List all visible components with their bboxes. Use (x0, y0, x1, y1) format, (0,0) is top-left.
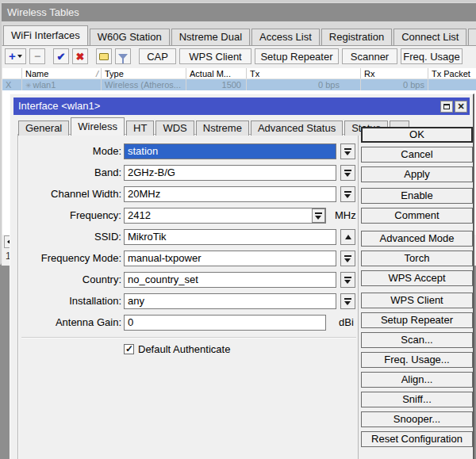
ssid-label: SSID: (17, 229, 121, 245)
table-header-row: /Name Type Actual M... Tx Rx Tx Packet (2, 68, 476, 79)
window-tab-bar: WiFi Interfaces W60G Station Nstreme Dua… (3, 25, 476, 45)
tab-security-profiles[interactable]: Security Profiles (468, 29, 476, 45)
col-flags[interactable] (2, 68, 22, 78)
frequency-dropdown-button[interactable] (312, 208, 325, 223)
tab-wifi-interfaces[interactable]: WiFi Interfaces (3, 25, 88, 45)
remove-button[interactable]: − (29, 48, 45, 64)
tab-wireless[interactable]: Wireless (71, 117, 125, 136)
wps-client-button[interactable]: WPS Client (361, 293, 473, 308)
mode-label: Mode: (17, 143, 121, 159)
band-label: Band: (17, 165, 121, 181)
wps-client-toolbar-button[interactable]: WPS Client (179, 48, 251, 64)
enable-interface-button[interactable]: Enable (361, 188, 473, 204)
section-divider (21, 337, 356, 339)
tab-connect-list[interactable]: Connect List (393, 29, 466, 45)
tab-registration[interactable]: Registration (321, 29, 392, 45)
close-button[interactable]: ✕ (455, 101, 467, 113)
dropdown-icon (344, 148, 351, 155)
col-type[interactable]: Type (102, 68, 186, 78)
band-input[interactable]: 2GHz-B/G (124, 165, 336, 181)
freq-usage-button[interactable]: Freq. Usage... (361, 352, 473, 368)
filter-button[interactable] (115, 48, 131, 64)
tab-nstreme[interactable]: Nstreme (196, 120, 249, 136)
col-actual-mtu[interactable]: Actual M... (186, 68, 247, 78)
installation-row: Installation: any (10, 293, 367, 309)
antenna-gain-input[interactable]: 0 (124, 315, 326, 331)
frequency-label: Frequency: (17, 208, 121, 224)
torch-button[interactable]: Torch (361, 251, 473, 266)
minus-icon: − (34, 50, 40, 63)
country-dropdown-button[interactable] (340, 272, 355, 288)
snooper-button[interactable]: Snooper... (361, 411, 473, 427)
tab-nstreme-dual[interactable]: Nstreme Dual (171, 29, 250, 45)
setup-repeater-toolbar-button[interactable]: Setup Repeater (255, 48, 339, 64)
antenna-gain-unit: dBi (339, 315, 354, 331)
frequency-row: Frequency: 2412 MHz (10, 208, 367, 224)
tab-ht[interactable]: HT (126, 120, 154, 136)
advanced-mode-button[interactable]: Advanced Mode (361, 231, 473, 247)
installation-input[interactable]: any (124, 293, 336, 309)
reset-configuration-button[interactable]: Reset Configuration (361, 431, 473, 447)
add-button[interactable]: + (5, 48, 26, 64)
ssid-input[interactable]: MikroTik (124, 229, 336, 245)
filter-icon (118, 54, 128, 59)
comment-dialog-button[interactable]: Comment (361, 208, 473, 224)
row-actual-mtu: 1500 (186, 79, 247, 90)
mode-dropdown-button[interactable] (340, 143, 355, 159)
col-tx-packet[interactable]: Tx Packet (428, 68, 476, 78)
tab-access-list[interactable]: Access List (251, 29, 320, 45)
default-authenticate-checkbox[interactable] (124, 344, 134, 354)
cancel-button[interactable]: Cancel (361, 147, 473, 163)
frequency-input[interactable]: 2412 (124, 208, 326, 224)
freq-usage-toolbar-button[interactable]: Freq. Usage (401, 48, 463, 64)
col-name[interactable]: /Name (22, 68, 102, 78)
country-row: Country: no_country_set (10, 272, 367, 288)
tab-wds[interactable]: WDS (155, 120, 194, 136)
tab-general[interactable]: General (18, 120, 69, 136)
installation-dropdown-button[interactable] (340, 293, 355, 309)
antenna-gain-label: Antenna Gain: (17, 315, 121, 331)
align-button[interactable]: Align... (361, 372, 473, 388)
plus-icon: + (9, 51, 16, 62)
sniff-button[interactable]: Sniff... (361, 392, 473, 407)
row-rx: 0 bps (361, 79, 428, 90)
country-label: Country: (17, 272, 121, 288)
window-titlebar[interactable]: Wireless Tables (2, 3, 476, 21)
setup-repeater-button[interactable]: Setup Repeater (361, 312, 473, 328)
ok-button[interactable]: OK (361, 127, 473, 143)
dropdown-icon (344, 255, 351, 262)
channel-width-dropdown-button[interactable] (340, 186, 355, 202)
row-name: ✳wlan1 (22, 79, 102, 90)
maximize-button[interactable] (440, 101, 453, 113)
arrow-up-icon (345, 235, 351, 239)
cap-button[interactable]: CAP (139, 48, 176, 64)
scan-button[interactable]: Scan... (361, 332, 473, 348)
col-rx[interactable]: Rx (361, 68, 428, 78)
row-type: Wireless (Atheros... (102, 79, 186, 90)
scanner-button[interactable]: Scanner (342, 48, 397, 64)
comment-button[interactable] (96, 48, 112, 64)
tab-w60g-station[interactable]: W60G Station (90, 29, 170, 45)
col-tx[interactable]: Tx (247, 68, 361, 78)
frequency-mode-row: Frequency Mode: manual-txpower (10, 251, 367, 266)
dialog-titlebar[interactable]: Interface <wlan1> ✕ (13, 98, 470, 115)
dropdown-icon (344, 170, 351, 177)
dropdown-icon (315, 212, 322, 220)
frequency-mode-dropdown-button[interactable] (340, 251, 355, 266)
chevron-down-icon (17, 55, 22, 58)
tab-advanced-status[interactable]: Advanced Status (251, 120, 343, 136)
ssid-up-button[interactable] (340, 229, 355, 245)
apply-button[interactable]: Apply (361, 166, 473, 182)
disable-button[interactable]: ✖ (72, 48, 88, 64)
channel-width-input[interactable]: 20MHz (124, 186, 336, 202)
sort-ascending-icon: / (96, 68, 98, 78)
country-input[interactable]: no_country_set (124, 272, 336, 288)
row-flag: X (2, 79, 22, 90)
frequency-mode-input[interactable]: manual-txpower (124, 251, 336, 266)
band-dropdown-button[interactable] (340, 165, 355, 181)
table-row[interactable]: X ✳wlan1 Wireless (Atheros... 1500 0 bps… (2, 79, 476, 90)
wps-accept-button[interactable]: WPS Accept (361, 270, 473, 286)
comment-icon (99, 53, 109, 60)
mode-input[interactable]: station (124, 143, 336, 159)
enable-button[interactable]: ✔ (53, 48, 69, 64)
